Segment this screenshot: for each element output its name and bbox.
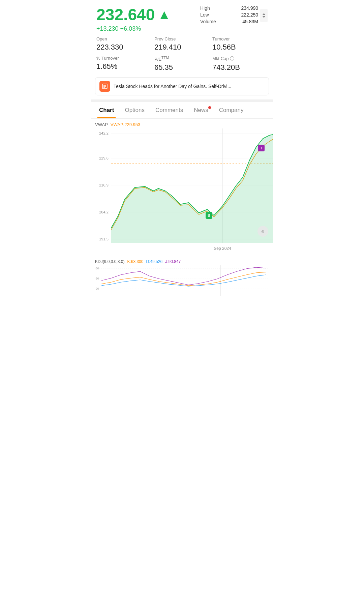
kdj-section: KDJ(9.0,3.0,3.0) K:63.300 D:49.526 J:90.…	[91, 257, 273, 297]
kdj-d-value: D:49.526	[146, 259, 162, 264]
news-banner[interactable]: Tesla Stock Heads for Another Day of Gai…	[95, 77, 269, 95]
svg-text:20: 20	[96, 287, 99, 290]
turnover-value: 10.56B	[212, 43, 268, 52]
pe-label: P/ETTM	[154, 56, 210, 62]
tab-company-label: Company	[219, 107, 244, 113]
header-section: 232.640 ▲ +13.230 +6.03% High 234.990 Lo…	[91, 0, 273, 35]
tab-bar: Chart Options Comments News Company	[91, 102, 273, 119]
vwap-value: VWAP:229.953	[111, 122, 140, 127]
price-chart-svg: 242.2 229.6 216.9 204.2 191.5 B	[91, 128, 273, 257]
mkt-cap-cell: Mkt Cap ⓘ 743.20B	[212, 56, 268, 72]
price-left: 232.640 ▲ +13.230 +6.03%	[96, 5, 171, 32]
mkt-cap-label: Mkt Cap ⓘ	[212, 56, 268, 62]
svg-text:242.2: 242.2	[99, 131, 109, 135]
high-value: 234.990	[241, 5, 258, 11]
tab-comments[interactable]: Comments	[150, 102, 188, 118]
kdj-chart[interactable]: 80 50 20	[95, 265, 269, 296]
low-row: Low 222.250	[200, 12, 268, 18]
price-change-value: +13.230	[96, 25, 119, 32]
tab-chart[interactable]: Chart	[94, 102, 119, 118]
svg-text:Sep 2024: Sep 2024	[214, 246, 231, 251]
news-banner-text: Tesla Stock Heads for Another Day of Gai…	[114, 84, 265, 89]
news-article-icon	[99, 81, 110, 92]
svg-text:80: 80	[96, 267, 99, 270]
kdj-label-row: KDJ(9.0,3.0,3.0) K:63.300 D:49.526 J:90.…	[95, 259, 269, 264]
tab-chart-label: Chart	[99, 107, 114, 113]
pe-cell: P/ETTM 65.35	[154, 56, 210, 72]
kdj-chart-svg: 80 50 20	[95, 265, 269, 296]
vwap-name: VWAP	[95, 122, 108, 127]
high-row: High 234.990	[200, 5, 268, 11]
turnover-label: Turnover	[212, 36, 268, 41]
section-divider	[91, 99, 273, 102]
low-value: 222.250	[241, 12, 258, 18]
svg-text:204.2: 204.2	[99, 210, 109, 214]
pe-value: 65.35	[154, 63, 210, 72]
volume-row: Volume 45.83M	[200, 19, 268, 24]
kdj-k-value: K:63.300	[127, 259, 143, 264]
price-arrow: ▲	[158, 7, 171, 22]
prev-close-label: Prev Close	[154, 36, 210, 41]
tab-news-label: News	[194, 107, 208, 113]
svg-text:216.9: 216.9	[99, 183, 109, 187]
price-chart[interactable]: 242.2 229.6 216.9 204.2 191.5 B	[91, 128, 273, 257]
price-change-pct: +6.03%	[120, 25, 141, 32]
tab-company[interactable]: Company	[214, 102, 249, 118]
high-label: High	[200, 5, 210, 11]
open-label: Open	[96, 36, 152, 41]
prev-close-cell: Prev Close 219.410	[154, 36, 210, 52]
tab-comments-label: Comments	[155, 107, 183, 113]
open-value: 223.330	[96, 43, 152, 52]
volume-label: Volume	[200, 19, 216, 24]
vwap-label-row: VWAP VWAP:229.953	[91, 122, 273, 128]
low-label: Low	[200, 12, 209, 18]
stats-grid: Open 223.330 Prev Close 219.410 Turnover…	[91, 35, 273, 76]
scroll-up-icon	[262, 13, 266, 15]
kdj-j-value: J:90.847	[165, 259, 181, 264]
scroll-button[interactable]	[260, 9, 268, 22]
svg-text:50: 50	[96, 277, 99, 280]
chart-section: VWAP VWAP:229.953 242.2 229.6 216.9 204.…	[91, 119, 273, 297]
volume-value: 45.83M	[242, 19, 258, 24]
kdj-name: KDJ(9.0,3.0,3.0)	[95, 259, 124, 264]
mkt-cap-value: 743.20B	[212, 63, 268, 72]
pct-turnover-label: % Turnover	[96, 56, 152, 61]
turnover-cell: Turnover 10.56B	[212, 36, 268, 52]
pct-turnover-cell: % Turnover 1.65%	[96, 56, 152, 72]
svg-text:191.5: 191.5	[99, 237, 109, 241]
main-price: 232.640 ▲	[96, 5, 171, 24]
price-value: 232.640	[96, 5, 155, 24]
price-right: High 234.990 Low 222.250 Volume 45.83M	[200, 5, 268, 24]
open-cell: Open 223.330	[96, 36, 152, 52]
tab-news[interactable]: News	[188, 102, 214, 118]
news-notification-dot	[208, 106, 211, 109]
price-change: +13.230 +6.03%	[96, 25, 171, 32]
svg-text:T: T	[260, 146, 263, 150]
pct-turnover-value: 1.65%	[96, 62, 152, 71]
scroll-down-icon	[262, 16, 266, 18]
tab-options-label: Options	[125, 107, 145, 113]
svg-text:B: B	[208, 213, 210, 217]
tab-options[interactable]: Options	[119, 102, 150, 118]
svg-text:229.6: 229.6	[99, 156, 109, 160]
prev-close-value: 219.410	[154, 43, 210, 52]
svg-text:⊕: ⊕	[261, 229, 265, 234]
